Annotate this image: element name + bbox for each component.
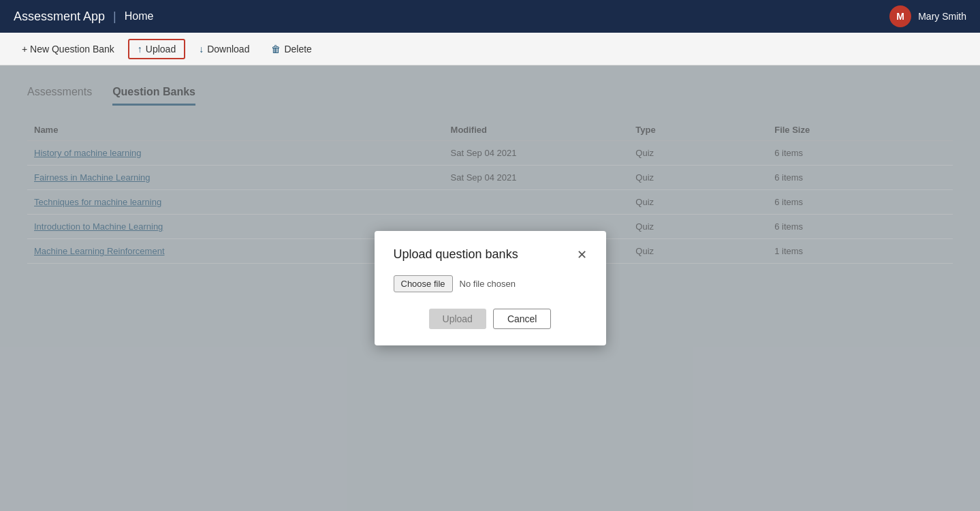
app-name: Assessment App xyxy=(14,10,105,24)
nav-left: Assessment App | Home xyxy=(14,10,153,24)
modal-header: Upload question banks ✕ xyxy=(394,247,587,262)
download-label: Download xyxy=(207,44,249,55)
upload-label: Upload xyxy=(146,44,176,55)
main-content: Assessments Question Banks Name Modified… xyxy=(0,65,980,511)
user-name: Mary Smith xyxy=(918,11,966,22)
nav-home-link[interactable]: Home xyxy=(125,10,154,22)
modal-upload-button[interactable]: Upload xyxy=(429,309,486,329)
nav-divider: | xyxy=(113,10,116,24)
nav-right: M Mary Smith xyxy=(889,5,966,27)
toolbar: + New Question Bank ↑ Upload ↓ Download … xyxy=(0,33,980,65)
top-nav: Assessment App | Home M Mary Smith xyxy=(0,0,980,33)
trash-icon: 🗑 xyxy=(271,44,281,55)
delete-button[interactable]: 🗑 Delete xyxy=(263,40,319,58)
download-button[interactable]: ↓ Download xyxy=(191,40,257,58)
upload-button[interactable]: ↑ Upload xyxy=(128,39,185,59)
upload-icon: ↑ xyxy=(138,44,142,55)
modal-overlay: Upload question banks ✕ Choose file No f… xyxy=(0,65,980,511)
no-file-label: No file chosen xyxy=(460,279,516,289)
upload-modal: Upload question banks ✕ Choose file No f… xyxy=(375,231,606,345)
modal-close-button[interactable]: ✕ xyxy=(577,249,587,261)
modal-cancel-button[interactable]: Cancel xyxy=(493,309,552,329)
modal-footer: Upload Cancel xyxy=(394,309,587,329)
new-question-bank-button[interactable]: + New Question Bank xyxy=(14,40,123,58)
modal-body: Choose file No file chosen xyxy=(394,275,587,292)
avatar: M xyxy=(889,5,911,27)
modal-title: Upload question banks xyxy=(394,247,518,262)
delete-label: Delete xyxy=(284,44,311,55)
download-icon: ↓ xyxy=(199,44,204,55)
choose-file-button[interactable]: Choose file xyxy=(394,275,453,292)
